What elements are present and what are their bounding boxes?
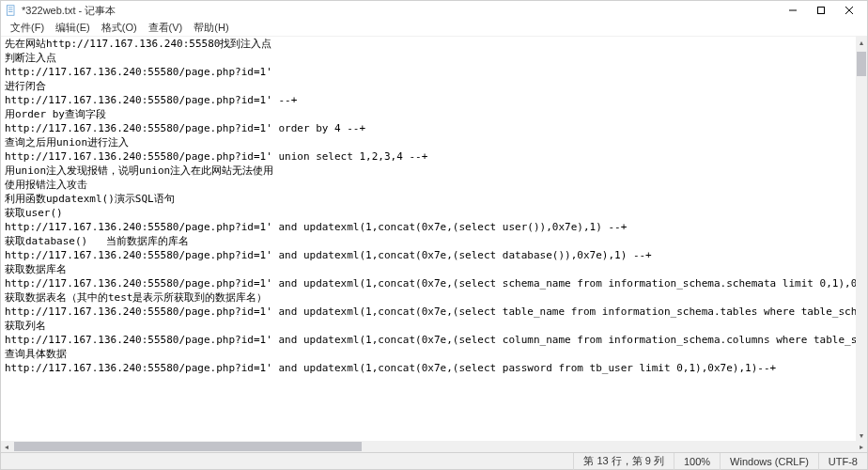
window-controls bbox=[779, 1, 863, 20]
text-editor[interactable]: 先在网站http://117.167.136.240:55580找到注入点 判断… bbox=[5, 37, 856, 441]
notepad-window: *322web.txt - 记事本 文件(F) 编辑(E) 格式(O) 查看(V… bbox=[0, 0, 868, 470]
status-position: 第 13 行，第 9 列 bbox=[573, 453, 674, 470]
maximize-button[interactable] bbox=[807, 1, 835, 20]
menu-help[interactable]: 帮助(H) bbox=[188, 20, 234, 37]
status-line-ending: Windows (CRLF) bbox=[720, 453, 818, 470]
statusbar: 第 13 行，第 9 列 100% Windows (CRLF) UTF-8 bbox=[1, 452, 867, 469]
horizontal-scroll-thumb[interactable] bbox=[14, 442, 362, 451]
svg-rect-5 bbox=[818, 8, 825, 14]
vertical-scrollbar[interactable]: ▴ ▾ bbox=[856, 37, 867, 441]
horizontal-scrollbar[interactable]: ◂ ▸ bbox=[1, 441, 867, 452]
scroll-right-arrow-icon[interactable]: ▸ bbox=[856, 441, 867, 452]
svg-rect-0 bbox=[8, 6, 15, 16]
close-button[interactable] bbox=[835, 1, 863, 20]
menu-format[interactable]: 格式(O) bbox=[96, 20, 143, 37]
scroll-down-arrow-icon[interactable]: ▾ bbox=[856, 430, 867, 441]
menu-file[interactable]: 文件(F) bbox=[5, 20, 50, 37]
status-zoom: 100% bbox=[674, 453, 720, 470]
vertical-scroll-thumb[interactable] bbox=[857, 52, 866, 76]
scroll-left-arrow-icon[interactable]: ◂ bbox=[1, 441, 12, 452]
menu-edit[interactable]: 编辑(E) bbox=[50, 20, 96, 37]
status-encoding: UTF-8 bbox=[818, 453, 867, 470]
menubar: 文件(F) 编辑(E) 格式(O) 查看(V) 帮助(H) bbox=[1, 20, 867, 37]
scroll-up-arrow-icon[interactable]: ▴ bbox=[856, 37, 867, 48]
menu-view[interactable]: 查看(V) bbox=[143, 20, 189, 37]
titlebar[interactable]: *322web.txt - 记事本 bbox=[1, 1, 867, 20]
editor-area: 先在网站http://117.167.136.240:55580找到注入点 判断… bbox=[1, 37, 867, 441]
window-title: *322web.txt - 记事本 bbox=[22, 4, 779, 18]
minimize-button[interactable] bbox=[779, 1, 807, 20]
app-icon bbox=[5, 4, 18, 17]
